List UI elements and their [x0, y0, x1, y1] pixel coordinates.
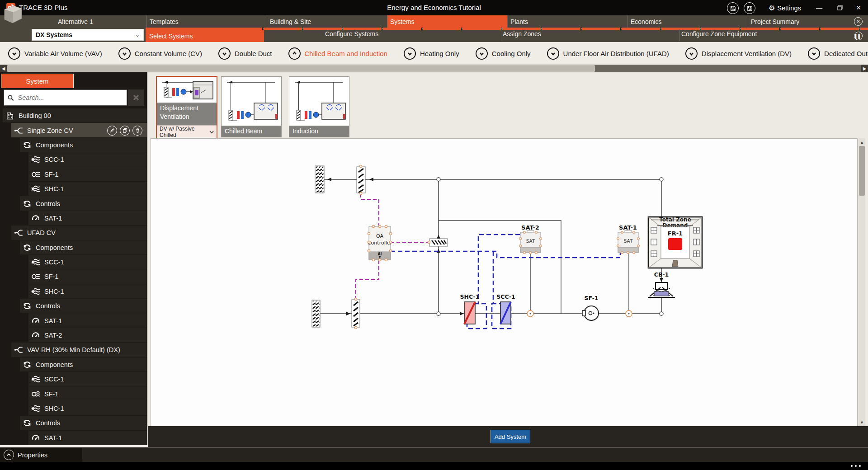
heating-coil-shc-1[interactable]: SHC-1: [460, 293, 480, 324]
tree-item-components[interactable]: Components: [0, 240, 147, 255]
save-icon[interactable]: [727, 2, 739, 14]
system-type-button-row: Variable Air Volume (VAV)Constant Volume…: [0, 42, 868, 65]
tree-item-sat-1[interactable]: SAT-1: [0, 313, 147, 328]
duplicate-button[interactable]: [120, 126, 130, 136]
delete-button[interactable]: [132, 126, 142, 136]
tab-templates[interactable]: Templates: [146, 15, 267, 28]
tree-item-shc-1[interactable]: SHC-1: [0, 284, 147, 299]
tree-item-shc-1[interactable]: SHC-1: [0, 401, 147, 416]
tab-economics[interactable]: Economics: [627, 15, 748, 28]
minimize-button[interactable]: —: [812, 2, 826, 14]
tab-building-site[interactable]: Building & Site: [267, 15, 387, 28]
vertical-scrollbar[interactable]: ▲ ▼: [859, 138, 865, 426]
exhaust-damper[interactable]: [357, 165, 365, 194]
chilled-beam-cb-1[interactable]: CB-1: [648, 271, 675, 297]
tree-item-vav-rh-30-min-default-dx-[interactable]: VAV RH (30% Min Default) (DX): [0, 343, 147, 357]
close-button[interactable]: ✕: [852, 2, 865, 14]
tab-system[interactable]: System: [1, 74, 74, 88]
temperature-node-sat1[interactable]: [626, 310, 632, 317]
system-type-displacement-ventilation-dv-[interactable]: Displacement Ventilation (DV): [685, 47, 792, 60]
tree-item-building-00[interactable]: Building 00: [0, 108, 147, 123]
tree-item-label: Controls: [36, 200, 60, 207]
building-thumbnail-icon[interactable]: [3, 1, 24, 27]
supply-fan-sf-1[interactable]: SF-1: [582, 295, 599, 320]
tree-item-scc-1[interactable]: SCC-1: [0, 152, 147, 167]
system-card-induction[interactable]: Induction: [289, 77, 349, 137]
scroll-up-arrow[interactable]: ▲: [859, 139, 865, 146]
tree-item-shc-1[interactable]: SHC-1: [0, 182, 147, 196]
collapse-panel-icon[interactable]: ▌▌: [854, 32, 863, 40]
tree-item-controls[interactable]: Controls: [0, 416, 147, 430]
zone-progress-tick: [779, 28, 781, 30]
system-schematic-thumbnail: [157, 77, 216, 103]
tree-item-scc-1[interactable]: SCC-1: [0, 255, 147, 269]
sat-1-control[interactable]: SAT-1 SAT: [617, 224, 640, 254]
sync-icon: [23, 243, 32, 252]
settings-button[interactable]: ⚙Settings: [769, 4, 801, 12]
sat-2-control[interactable]: SAT-2 SAT: [519, 224, 542, 254]
system-type-chilled-beam-and-induction[interactable]: Chilled Beam and Induction: [288, 47, 387, 60]
cooling-coil-scc-1[interactable]: SCC-1: [496, 293, 515, 324]
step-configure-zone-equipment[interactable]: Configure Zone Equipment: [681, 30, 757, 38]
tree-item-sat-1[interactable]: SAT-1: [0, 211, 147, 226]
zone-room-fr-1[interactable]: Total Zone Demand FR-1: [648, 216, 702, 268]
system-type-under-floor-air-distribution-ufad-[interactable]: Under Floor Air Distribution (UFAD): [547, 47, 669, 60]
step-configure-systems[interactable]: Configure Systems: [325, 30, 378, 38]
vertical-scrollbar-thumb[interactable]: [859, 146, 865, 196]
save-as-icon[interactable]: [744, 2, 755, 14]
tree-item-components[interactable]: Components: [0, 138, 147, 152]
zone-progress-tick: [580, 28, 582, 30]
status-dots-icon[interactable]: [851, 465, 861, 467]
tree-item-sat-2[interactable]: SAT-2: [0, 328, 147, 343]
tree-item-scc-1[interactable]: SCC-1: [0, 372, 147, 386]
system-type-double-duct[interactable]: Double Duct: [218, 47, 272, 60]
close-alternative-icon[interactable]: ✕: [854, 17, 863, 26]
recirculation-damper[interactable]: [428, 239, 448, 246]
system-type-dedicated-outdoor-air-system-doas-[interactable]: Dedicated Outdoor Air System (DOAS): [808, 47, 868, 60]
sync-icon: [23, 360, 32, 369]
tree-item-sf-1[interactable]: SF-1: [0, 386, 147, 401]
trace-3d-plus-window: TRACE 3D Plus Energy and Economics Tutor…: [0, 0, 868, 470]
scroll-down-arrow[interactable]: ▼: [859, 419, 865, 426]
tab-plants[interactable]: Plants: [507, 15, 627, 28]
step-assign-zones[interactable]: Assign Zones: [503, 30, 541, 38]
temperature-node-sat2[interactable]: [527, 310, 533, 317]
system-type-variable-air-volume-vav-[interactable]: Variable Air Volume (VAV): [8, 47, 102, 60]
search-icon: [8, 94, 14, 101]
restore-button[interactable]: [833, 2, 847, 14]
clear-search-button[interactable]: [128, 89, 144, 106]
system-type-heating-only[interactable]: Heating Only: [404, 47, 459, 60]
system-card-title: Chilled Beam: [222, 126, 281, 137]
intake-damper[interactable]: [352, 298, 360, 329]
step-select-systems[interactable]: Select Systems: [146, 30, 264, 42]
tree-item-controls[interactable]: Controls: [0, 299, 147, 313]
tab-project-summary[interactable]: Project Summary: [748, 15, 868, 28]
edit-button[interactable]: [107, 126, 117, 136]
search-input[interactable]: [17, 94, 123, 102]
system-category-select[interactable]: DX Systems ⌄: [32, 29, 144, 41]
system-diagram-canvas[interactable]: OA Controller AI F SAT-2 SAT: [151, 138, 858, 426]
tree-item-sf-1[interactable]: SF-1: [0, 167, 147, 182]
scroll-left-arrow[interactable]: ◀: [0, 65, 7, 72]
properties-header[interactable]: Properties: [0, 448, 82, 462]
tree-item-sf-1[interactable]: SF-1: [0, 269, 147, 284]
tab-systems[interactable]: Systems: [387, 15, 507, 28]
tree-item-controls[interactable]: Controls: [0, 196, 147, 211]
tree-item-components[interactable]: Components: [0, 357, 147, 372]
oa-controller[interactable]: OA Controller AI F: [368, 225, 392, 261]
system-card-displacement-ventilation[interactable]: Displacement VentilationDV w/ Passive Ch…: [157, 77, 217, 138]
tree-item-ufad-cv[interactable]: UFAD CV: [0, 226, 147, 240]
system-variant-dropdown[interactable]: DV w/ Passive Chilled: [157, 125, 217, 138]
add-system-button[interactable]: Add System: [491, 430, 530, 443]
exhaust-louver[interactable]: [315, 166, 324, 193]
scroll-right-arrow[interactable]: ▶: [861, 65, 868, 72]
intake-louver[interactable]: [312, 300, 320, 327]
system-card-chilled-beam[interactable]: Chilled Beam: [222, 77, 281, 137]
horizontal-scrollbar-thumb[interactable]: [7, 65, 595, 72]
tree-item-single-zone-cv[interactable]: Single Zone CV: [0, 123, 147, 137]
system-type-cooling-only[interactable]: Cooling Only: [476, 47, 531, 60]
horizontal-scrollbar[interactable]: ◀ ▶: [0, 65, 868, 72]
system-type-constant-volume-cv-[interactable]: Constant Volume (CV): [118, 47, 202, 60]
svg-text:SAT-1: SAT-1: [619, 224, 637, 231]
tree-item-sat-1[interactable]: SAT-1: [0, 431, 147, 445]
